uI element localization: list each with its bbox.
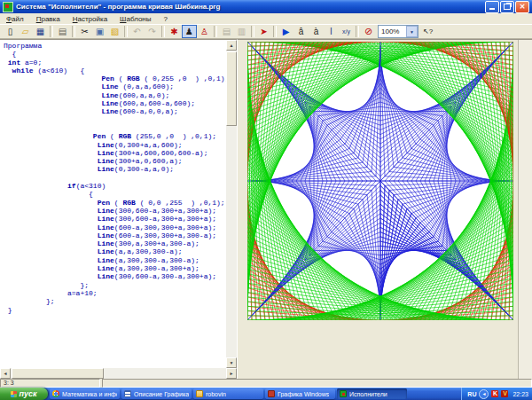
window-layout-button[interactable]: ▤ <box>219 25 234 38</box>
print-button[interactable]: ▤ <box>55 25 70 38</box>
code-line: Pen ( RGB (255,0 ,0 ) ,0,1); <box>4 132 226 140</box>
toolbar-separator <box>124 26 128 37</box>
code-line: Line(300+a,600,600,600-a); <box>4 149 226 157</box>
task-label: Исполнители <box>349 391 387 397</box>
stop-button[interactable]: ⊘ <box>361 25 376 38</box>
close-icon: ✕ <box>520 4 526 11</box>
restore-button[interactable] <box>500 1 514 13</box>
chevron-down-icon[interactable]: ▼ <box>406 26 418 37</box>
code-line: Pen ( RGB ( 0,0 ,255 ) ,0,1); <box>4 199 226 207</box>
code-line: { <box>4 50 226 58</box>
minimize-button[interactable] <box>485 1 499 13</box>
app-icon <box>3 2 13 12</box>
restore-icon <box>504 4 511 10</box>
zoom-select[interactable]: 100% ▼ <box>378 25 419 38</box>
code-line: Line(a,300,300-a,300-a); <box>4 256 226 264</box>
taskbar: пуск Математика и инфо... Описание Графи… <box>0 388 532 400</box>
window-title: Система "Исполнители" - программа кривая… <box>16 3 484 11</box>
windows-flag-icon <box>11 391 17 397</box>
refresh-window-button[interactable]: ▥ <box>234 25 249 38</box>
code-line: Line(0,300-a,a,0); <box>4 165 226 173</box>
run-fast-button[interactable]: ➤ <box>256 25 271 38</box>
clock: 22:23 <box>512 391 528 397</box>
code-line: Line(300,600-a,300-a,300+a); <box>4 272 226 280</box>
toolbar-separator <box>273 26 277 37</box>
code-line: Line(600-a,300,300+a,300+a); <box>4 224 226 231</box>
code-line: } <box>4 306 226 314</box>
taskbar-task-button[interactable]: Математика и инфо... <box>50 388 120 399</box>
menu-item[interactable]: Настройка <box>66 15 113 23</box>
task-icon <box>196 390 203 397</box>
copy-button[interactable]: ▣ <box>92 25 107 38</box>
status-spacer <box>102 379 532 388</box>
variables-button[interactable]: x/y <box>339 25 354 38</box>
vertical-scroll-thumb[interactable] <box>226 51 237 126</box>
menu-item[interactable]: Шаблоны <box>113 15 157 23</box>
title-bar[interactable]: Система "Исполнители" - программа кривая… <box>0 0 532 13</box>
code-line: Line(600-a,300,300+a,300-a); <box>4 231 226 239</box>
scroll-down-icon[interactable]: ▼ <box>226 357 237 368</box>
task-icon <box>124 390 131 397</box>
draftsman-executor-button[interactable]: ♟ <box>182 25 197 38</box>
status-bar: 3: 3 <box>0 379 532 388</box>
scroll-up-icon[interactable]: ▲ <box>226 40 237 51</box>
taskbar-task-button[interactable]: Описание Графика ... <box>121 388 192 399</box>
menu-item[interactable]: Правка <box>30 15 66 23</box>
redo-button[interactable]: ↷ <box>145 25 160 38</box>
editor-vertical-scrollbar[interactable]: ▲ ▼ <box>226 39 237 368</box>
language-indicator[interactable]: RU <box>467 391 476 397</box>
task-icon <box>52 390 59 397</box>
task-buttons: Математика и инфо... Описание Графика ..… <box>48 388 407 399</box>
security-tray-icon[interactable]: V <box>501 390 508 397</box>
step-into-button[interactable]: à <box>309 25 324 38</box>
context-help-button[interactable]: ↖? <box>420 25 435 38</box>
toolbar-separator <box>161 26 165 37</box>
code-line: Line(300,600-a,300+a,300+a); <box>4 215 226 223</box>
toolbar-separator <box>50 26 53 37</box>
close-button[interactable]: ✕ <box>515 1 529 13</box>
start-button[interactable]: пуск <box>0 388 48 400</box>
save-button[interactable]: ▦ <box>33 25 48 38</box>
code-line: Line (0,a,a,600); <box>4 82 226 90</box>
code-line: { <box>4 190 226 198</box>
paste-button[interactable]: ▧ <box>107 25 122 38</box>
cut-button[interactable]: ✂ <box>77 25 92 38</box>
taskbar-task-button[interactable]: Графика Windows <box>265 388 335 399</box>
toolbar-separator <box>214 26 217 37</box>
code-line: Line(300+a,0,600,a); <box>4 157 226 165</box>
code-line <box>4 124 226 132</box>
undo-button[interactable]: ↶ <box>129 25 145 38</box>
code-line: }; <box>4 281 226 289</box>
drawing-sheet <box>247 42 513 320</box>
menu-item[interactable]: Файл <box>0 15 30 23</box>
scroll-right-icon[interactable]: ► <box>226 368 237 379</box>
editor-horizontal-scrollbar[interactable]: ◄ ► <box>0 368 237 379</box>
start-label: пуск <box>19 389 36 398</box>
task-label: Математика и инфо... <box>62 391 117 397</box>
robot-executor-button[interactable]: ✱ <box>167 25 182 38</box>
code-line: Line(a,300,300-a,300+a); <box>4 264 226 272</box>
menu-item[interactable]: ? <box>158 15 174 23</box>
open-file-button[interactable]: ▱ <box>18 25 33 38</box>
step-over-button[interactable]: â <box>293 25 309 38</box>
code-line: }; <box>4 297 226 305</box>
code-editor[interactable]: Программа { int a=0; while (a<610) { Pen… <box>0 39 226 368</box>
new-file-button[interactable]: ▯ <box>3 25 18 38</box>
system-tray: RU ◄ K V 22:23 <box>461 388 532 400</box>
tray-collapse-icon[interactable]: ◄ <box>479 389 489 399</box>
taskbar-task-button[interactable]: Исполнители <box>337 388 407 399</box>
minimize-icon <box>489 8 495 10</box>
taskbar-task-button[interactable]: robovin <box>193 388 263 399</box>
antivirus-tray-icon[interactable]: K <box>491 390 498 397</box>
run-button[interactable]: ▶ <box>278 25 293 38</box>
figure-executor-button[interactable]: ♙ <box>197 25 212 38</box>
toolbar-separator <box>72 26 75 37</box>
code-line: int a=0; <box>4 59 226 67</box>
task-label: robovin <box>206 391 226 397</box>
scroll-left-icon[interactable]: ◄ <box>0 368 11 379</box>
cursor-mode-button[interactable]: I <box>324 25 339 38</box>
cursor-position: 3: 3 <box>0 379 100 388</box>
code-line: Line(300,600-a,300+a,300+a); <box>4 207 226 215</box>
horizontal-scroll-thumb[interactable] <box>12 368 104 379</box>
toolbar: ▯ ▱ ▦ ▤ ✂ ▣ ▧ ↶ ↷ ✱ ♟ ♙ ▤ ▥ ➤ ▶ â à I x/… <box>0 24 532 39</box>
